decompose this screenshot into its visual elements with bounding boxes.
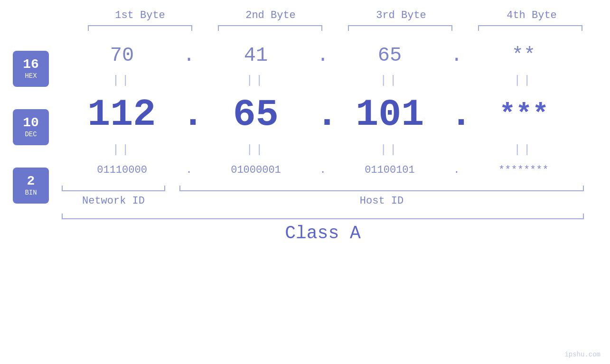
bin-dot-3: . xyxy=(450,164,463,176)
dec-dot-3: . xyxy=(450,96,464,134)
bin-val-1: 01110000 xyxy=(62,164,182,176)
header-byte-1: 1st Byte xyxy=(75,9,206,21)
bracket-top-1 xyxy=(88,25,192,31)
equals-row-2: || || || || xyxy=(62,141,584,158)
badge-hex: 16 HEX xyxy=(13,51,49,87)
dec-val-4: *** xyxy=(464,101,584,129)
equals-row-1: || || || || xyxy=(62,72,584,89)
label-network-id: Network ID xyxy=(62,195,165,207)
hex-dot-1: . xyxy=(182,44,196,67)
badge-bin: 2 BIN xyxy=(13,168,49,204)
main-container: 1st Byte 2nd Byte 3rd Byte 4th Byte 16 H… xyxy=(0,0,610,364)
bin-dot-1: . xyxy=(182,164,196,176)
dec-row: 112 . 65 . 101 . *** xyxy=(62,89,584,141)
bin-row: 01110000 . 01000001 . 01100101 . *******… xyxy=(62,158,584,182)
bracket-host xyxy=(179,186,584,191)
values-section: 70 . 41 . 65 . ** || || || || 112 xyxy=(62,39,610,243)
hex-val-2: 41 xyxy=(196,44,316,67)
label-host-id: Host ID xyxy=(179,195,584,207)
hex-val-1: 70 xyxy=(62,44,182,67)
header-byte-3: 3rd Byte xyxy=(336,9,467,21)
hex-val-3: 65 xyxy=(329,44,450,67)
dec-dot-2: . xyxy=(316,96,330,134)
bin-val-2: 01000001 xyxy=(196,164,316,176)
bracket-top-4 xyxy=(478,25,582,31)
dec-dot-1: . xyxy=(182,96,196,134)
bin-val-3: 01100101 xyxy=(329,164,450,176)
badge-dec: 10 DEC xyxy=(13,109,49,145)
hex-row: 70 . 41 . 65 . ** xyxy=(62,39,584,72)
bin-dot-2: . xyxy=(316,164,329,176)
hex-val-4: ** xyxy=(463,44,584,67)
bottom-labels: Network ID Host ID xyxy=(62,195,584,207)
badges-column: 16 HEX 10 DEC 2 BIN xyxy=(0,39,62,243)
bracket-top-3 xyxy=(348,25,452,31)
bottom-brackets xyxy=(62,186,584,191)
header-byte-2: 2nd Byte xyxy=(206,9,336,21)
dec-val-1: 112 xyxy=(62,96,182,134)
bracket-top-2 xyxy=(218,25,322,31)
hex-dot-2: . xyxy=(316,44,329,67)
dec-val-3: 101 xyxy=(330,96,450,134)
bracket-network xyxy=(62,186,165,191)
class-bracket xyxy=(62,214,584,219)
class-section: Class A xyxy=(62,214,584,243)
header-byte-4: 4th Byte xyxy=(467,9,597,21)
hex-dot-3: . xyxy=(450,44,463,67)
dec-val-2: 65 xyxy=(196,96,316,134)
watermark: ipshu.com xyxy=(564,351,601,358)
class-label: Class A xyxy=(62,223,584,243)
bin-val-4: ******** xyxy=(463,164,584,176)
